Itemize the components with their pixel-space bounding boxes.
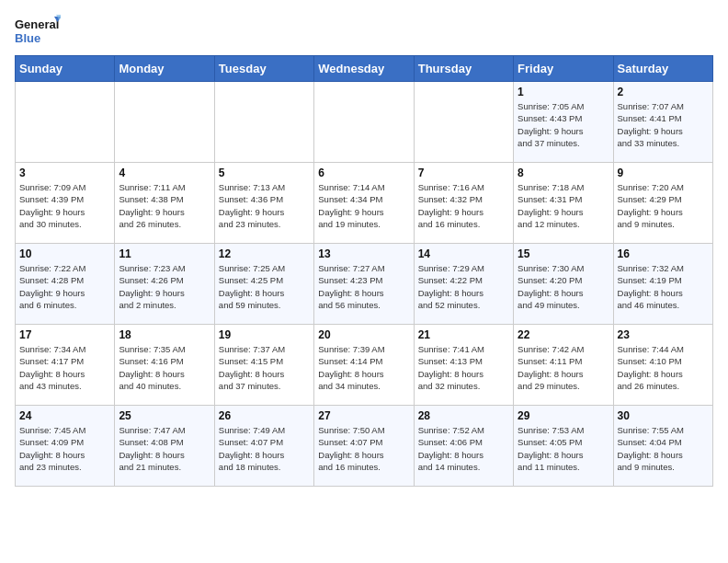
day-info: Sunrise: 7:47 AM Sunset: 4:08 PM Dayligh… <box>119 424 210 473</box>
day-number: 12 <box>219 247 310 260</box>
calendar-cell <box>414 82 513 163</box>
calendar-cell: 11Sunrise: 7:23 AM Sunset: 4:26 PM Dayli… <box>115 244 214 325</box>
day-number: 21 <box>418 328 509 341</box>
day-number: 1 <box>518 86 609 98</box>
calendar-cell: 22Sunrise: 7:42 AM Sunset: 4:11 PM Dayli… <box>514 325 613 406</box>
calendar-cell: 5Sunrise: 7:13 AM Sunset: 4:36 PM Daylig… <box>214 163 313 244</box>
calendar-cell: 15Sunrise: 7:30 AM Sunset: 4:20 PM Dayli… <box>514 244 613 325</box>
day-info: Sunrise: 7:25 AM Sunset: 4:25 PM Dayligh… <box>219 262 310 311</box>
day-number: 17 <box>19 328 110 341</box>
day-number: 13 <box>318 247 409 260</box>
svg-text:General: General <box>15 17 59 31</box>
day-number: 7 <box>418 167 509 179</box>
day-number: 9 <box>618 167 709 179</box>
calendar-cell <box>314 82 414 163</box>
day-info: Sunrise: 7:44 AM Sunset: 4:10 PM Dayligh… <box>618 343 709 392</box>
calendar-cell <box>214 82 313 163</box>
calendar-cell: 20Sunrise: 7:39 AM Sunset: 4:14 PM Dayli… <box>314 325 414 406</box>
day-info: Sunrise: 7:53 AM Sunset: 4:05 PM Dayligh… <box>518 424 609 473</box>
day-info: Sunrise: 7:35 AM Sunset: 4:16 PM Dayligh… <box>119 343 210 392</box>
day-number: 11 <box>119 247 210 260</box>
day-number: 30 <box>618 409 709 422</box>
day-number: 20 <box>318 328 409 341</box>
day-header-sunday: Sunday <box>16 56 115 82</box>
calendar-cell: 13Sunrise: 7:27 AM Sunset: 4:23 PM Dayli… <box>314 244 414 325</box>
day-number: 4 <box>119 167 210 179</box>
day-info: Sunrise: 7:39 AM Sunset: 4:14 PM Dayligh… <box>318 343 409 392</box>
calendar-cell: 16Sunrise: 7:32 AM Sunset: 4:19 PM Dayli… <box>613 244 712 325</box>
day-info: Sunrise: 7:32 AM Sunset: 4:19 PM Dayligh… <box>618 262 709 311</box>
day-number: 22 <box>518 328 609 341</box>
day-info: Sunrise: 7:49 AM Sunset: 4:07 PM Dayligh… <box>219 424 310 473</box>
calendar-cell: 28Sunrise: 7:52 AM Sunset: 4:06 PM Dayli… <box>414 406 513 487</box>
calendar-cell: 17Sunrise: 7:34 AM Sunset: 4:17 PM Dayli… <box>16 325 115 406</box>
calendar-cell: 12Sunrise: 7:25 AM Sunset: 4:25 PM Dayli… <box>214 244 313 325</box>
day-info: Sunrise: 7:11 AM Sunset: 4:38 PM Dayligh… <box>119 181 210 230</box>
day-header-saturday: Saturday <box>613 56 712 82</box>
day-number: 28 <box>418 409 509 422</box>
calendar-cell: 21Sunrise: 7:41 AM Sunset: 4:13 PM Dayli… <box>414 325 513 406</box>
calendar-week-3: 10Sunrise: 7:22 AM Sunset: 4:28 PM Dayli… <box>16 244 713 325</box>
day-header-wednesday: Wednesday <box>314 56 414 82</box>
calendar-cell: 3Sunrise: 7:09 AM Sunset: 4:39 PM Daylig… <box>16 163 115 244</box>
day-number: 3 <box>19 167 110 179</box>
day-number: 15 <box>518 247 609 260</box>
page-header: General Blue <box>15 15 713 48</box>
calendar-cell: 18Sunrise: 7:35 AM Sunset: 4:16 PM Dayli… <box>115 325 214 406</box>
day-info: Sunrise: 7:42 AM Sunset: 4:11 PM Dayligh… <box>518 343 609 392</box>
day-header-friday: Friday <box>514 56 613 82</box>
calendar-cell: 24Sunrise: 7:45 AM Sunset: 4:09 PM Dayli… <box>16 406 115 487</box>
day-info: Sunrise: 7:13 AM Sunset: 4:36 PM Dayligh… <box>219 181 310 230</box>
calendar-cell: 19Sunrise: 7:37 AM Sunset: 4:15 PM Dayli… <box>214 325 313 406</box>
day-number: 6 <box>318 167 409 179</box>
day-info: Sunrise: 7:45 AM Sunset: 4:09 PM Dayligh… <box>19 424 110 473</box>
calendar-week-4: 17Sunrise: 7:34 AM Sunset: 4:17 PM Dayli… <box>16 325 713 406</box>
calendar-cell <box>16 82 115 163</box>
calendar-header-row: SundayMondayTuesdayWednesdayThursdayFrid… <box>16 56 713 82</box>
calendar-cell: 6Sunrise: 7:14 AM Sunset: 4:34 PM Daylig… <box>314 163 414 244</box>
svg-text:Blue: Blue <box>15 31 40 45</box>
calendar-cell: 30Sunrise: 7:55 AM Sunset: 4:04 PM Dayli… <box>613 406 712 487</box>
calendar-cell: 7Sunrise: 7:16 AM Sunset: 4:32 PM Daylig… <box>414 163 513 244</box>
day-header-thursday: Thursday <box>414 56 513 82</box>
day-info: Sunrise: 7:23 AM Sunset: 4:26 PM Dayligh… <box>119 262 210 311</box>
day-info: Sunrise: 7:22 AM Sunset: 4:28 PM Dayligh… <box>19 262 110 311</box>
day-info: Sunrise: 7:18 AM Sunset: 4:31 PM Dayligh… <box>518 181 609 230</box>
day-info: Sunrise: 7:41 AM Sunset: 4:13 PM Dayligh… <box>418 343 509 392</box>
calendar-cell: 27Sunrise: 7:50 AM Sunset: 4:07 PM Dayli… <box>314 406 414 487</box>
day-info: Sunrise: 7:55 AM Sunset: 4:04 PM Dayligh… <box>618 424 709 473</box>
calendar-cell: 14Sunrise: 7:29 AM Sunset: 4:22 PM Dayli… <box>414 244 513 325</box>
day-number: 10 <box>19 247 110 260</box>
calendar-week-2: 3Sunrise: 7:09 AM Sunset: 4:39 PM Daylig… <box>16 163 713 244</box>
day-number: 8 <box>518 167 609 179</box>
day-info: Sunrise: 7:30 AM Sunset: 4:20 PM Dayligh… <box>518 262 609 311</box>
day-number: 19 <box>219 328 310 341</box>
logo: General Blue <box>15 15 61 48</box>
day-header-tuesday: Tuesday <box>214 56 313 82</box>
day-number: 14 <box>418 247 509 260</box>
calendar-cell <box>115 82 214 163</box>
calendar-cell: 10Sunrise: 7:22 AM Sunset: 4:28 PM Dayli… <box>16 244 115 325</box>
day-info: Sunrise: 7:37 AM Sunset: 4:15 PM Dayligh… <box>219 343 310 392</box>
day-info: Sunrise: 7:34 AM Sunset: 4:17 PM Dayligh… <box>19 343 110 392</box>
day-info: Sunrise: 7:52 AM Sunset: 4:06 PM Dayligh… <box>418 424 509 473</box>
day-header-monday: Monday <box>115 56 214 82</box>
logo-svg: General Blue <box>15 15 61 48</box>
calendar: SundayMondayTuesdayWednesdayThursdayFrid… <box>15 55 713 487</box>
day-info: Sunrise: 7:20 AM Sunset: 4:29 PM Dayligh… <box>618 181 709 230</box>
calendar-cell: 29Sunrise: 7:53 AM Sunset: 4:05 PM Dayli… <box>514 406 613 487</box>
day-number: 2 <box>618 86 709 98</box>
day-number: 18 <box>119 328 210 341</box>
calendar-week-5: 24Sunrise: 7:45 AM Sunset: 4:09 PM Dayli… <box>16 406 713 487</box>
day-info: Sunrise: 7:05 AM Sunset: 4:43 PM Dayligh… <box>518 100 609 149</box>
calendar-cell: 4Sunrise: 7:11 AM Sunset: 4:38 PM Daylig… <box>115 163 214 244</box>
day-number: 29 <box>518 409 609 422</box>
day-info: Sunrise: 7:29 AM Sunset: 4:22 PM Dayligh… <box>418 262 509 311</box>
calendar-cell: 26Sunrise: 7:49 AM Sunset: 4:07 PM Dayli… <box>214 406 313 487</box>
day-number: 25 <box>119 409 210 422</box>
day-number: 27 <box>318 409 409 422</box>
calendar-cell: 8Sunrise: 7:18 AM Sunset: 4:31 PM Daylig… <box>514 163 613 244</box>
day-number: 26 <box>219 409 310 422</box>
day-info: Sunrise: 7:50 AM Sunset: 4:07 PM Dayligh… <box>318 424 409 473</box>
day-info: Sunrise: 7:16 AM Sunset: 4:32 PM Dayligh… <box>418 181 509 230</box>
